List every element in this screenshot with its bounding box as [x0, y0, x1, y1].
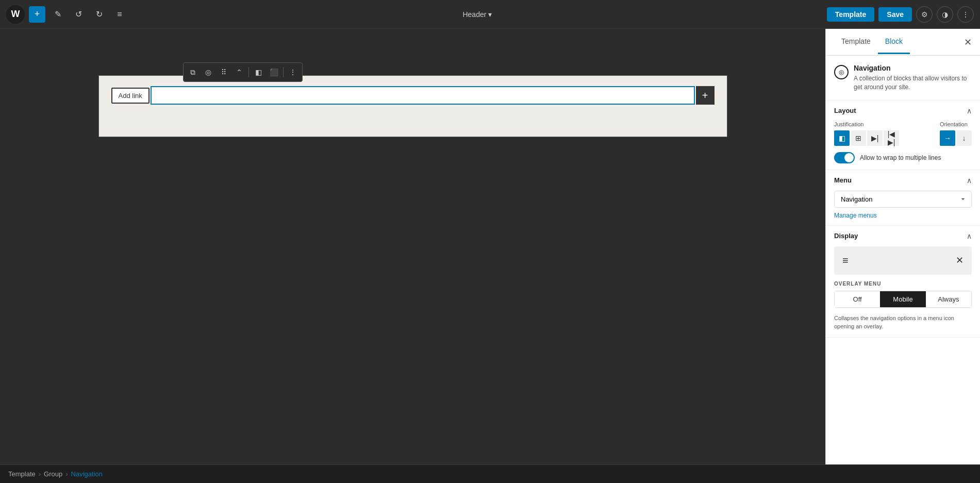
display-close-icon[interactable]: ✕	[956, 255, 964, 266]
breadcrumb-sep-1: ›	[39, 470, 41, 478]
redo-button[interactable]: ↻	[91, 6, 107, 23]
layout-title: Layout	[834, 107, 856, 114]
toolbar-left: W + ✎ ↺ ↻ ≡	[6, 5, 128, 24]
layout-toggle-button[interactable]: ∧	[967, 107, 972, 115]
layout-section: Layout ∧ Justification ◧ ⊞ ▶| |◀ ▶| Orie…	[826, 101, 980, 170]
menu-toggle-button[interactable]: ∧	[967, 176, 972, 185]
canvas-content: Add link +	[98, 75, 727, 137]
move-up-button[interactable]: ⌃	[232, 65, 246, 79]
add-block-button[interactable]: +	[29, 6, 45, 23]
manage-menus-link[interactable]: Manage menus	[834, 212, 972, 219]
align-center-button[interactable]: ⬛	[267, 65, 281, 79]
nav-block-icon: ◎	[834, 65, 849, 79]
orientation-col: Orientation → ↓	[940, 121, 972, 146]
toolbar-right: Template Save ⚙ ◑ ⋮	[827, 6, 974, 23]
undo-button[interactable]: ↺	[70, 6, 87, 23]
justify-right-edge-button[interactable]: ▶|	[867, 130, 883, 146]
justification-label: Justification	[834, 121, 899, 127]
main-area: ⧉ ◎ ⠿ ⌃ ◧ ⬛ ⋮ Add link + Template Block	[0, 29, 980, 464]
justify-left-button[interactable]: ◧	[834, 130, 850, 146]
justify-orientation-row: Justification ◧ ⊞ ▶| |◀ ▶| Orientation →…	[834, 121, 972, 146]
nav-search-input[interactable]	[151, 86, 695, 105]
panel-close-button[interactable]: ✕	[964, 37, 972, 48]
wrap-toggle-row: Allow to wrap to multiple lines	[834, 152, 972, 163]
justification-col: Justification ◧ ⊞ ▶| |◀ ▶|	[834, 121, 899, 146]
orient-horizontal-button[interactable]: →	[940, 130, 955, 146]
add-nav-item-button[interactable]: +	[696, 86, 715, 105]
overlay-menu-label: OVERLAY MENU	[834, 281, 972, 287]
copy-block-button[interactable]: ⧉	[186, 65, 200, 79]
save-button[interactable]: Template	[827, 7, 874, 22]
nav-block-description: A collection of blocks that allow visito…	[854, 74, 972, 92]
nav-block-title: Navigation	[854, 64, 972, 72]
panel-header: Template Block ✕	[826, 29, 980, 56]
toolbar-divider-2	[283, 67, 284, 77]
menu-select[interactable]: Navigation	[834, 191, 972, 208]
nav-block-text: Navigation A collection of blocks that a…	[854, 64, 972, 92]
breadcrumb-sep-2: ›	[65, 470, 68, 478]
block-type-button[interactable]: ◎	[201, 65, 215, 79]
tab-template[interactable]: Template	[834, 30, 878, 54]
save-primary-button[interactable]: Save	[878, 7, 912, 22]
panel-tabs: Template Block	[834, 30, 910, 54]
menu-section-header[interactable]: Menu ∧	[834, 176, 972, 185]
wrap-label: Allow to wrap to multiple lines	[860, 154, 941, 161]
menu-section: Menu ∧ Navigation Manage menus	[826, 170, 980, 226]
dropdown-chevron: ▾	[488, 10, 492, 19]
menu-title: Menu	[834, 176, 852, 184]
orient-vertical-button[interactable]: ↓	[956, 130, 972, 146]
justify-buttons: ◧ ⊞ ▶| |◀ ▶|	[834, 130, 899, 146]
breadcrumb-template[interactable]: Template	[8, 470, 36, 478]
canvas-area: ⧉ ◎ ⠿ ⌃ ◧ ⬛ ⋮ Add link +	[0, 29, 825, 464]
display-section-header[interactable]: Display ∧	[834, 232, 972, 240]
nav-block-info: ◎ Navigation A collection of blocks that…	[826, 56, 980, 101]
hamburger-icon: ≡	[842, 255, 849, 267]
more-options-button[interactable]: ⋮	[286, 65, 300, 79]
list-view-button[interactable]: ≡	[111, 6, 128, 23]
breadcrumb: Template › Group › Navigation	[0, 464, 980, 483]
overlay-description: Collapses the navigation options in a me…	[834, 314, 972, 331]
display-title: Display	[834, 232, 858, 240]
tab-block[interactable]: Block	[878, 30, 910, 54]
justify-split-button[interactable]: |◀ ▶|	[884, 130, 899, 146]
settings-button[interactable]: ⚙	[916, 6, 933, 23]
appearance-button[interactable]: ◑	[937, 6, 953, 23]
orientation-label: Orientation	[940, 121, 972, 127]
display-preview: ≡ ✕	[834, 246, 972, 275]
breadcrumb-navigation[interactable]: Navigation	[71, 470, 103, 478]
overlay-off-button[interactable]: Off	[835, 291, 880, 307]
editor-title-area: Header ▾	[462, 10, 492, 19]
orientation-buttons: → ↓	[940, 130, 972, 146]
edit-mode-button[interactable]: ✎	[49, 6, 66, 23]
justify-center-button[interactable]: ⊞	[851, 130, 866, 146]
top-bar: W + ✎ ↺ ↻ ≡ Header ▾ Template Save ⚙ ◑ ⋮	[0, 0, 980, 29]
overlay-buttons: Off Mobile Always	[834, 291, 972, 308]
overlay-mobile-button[interactable]: Mobile	[880, 291, 925, 307]
wp-logo: W	[6, 5, 25, 24]
toolbar-divider	[248, 67, 249, 77]
right-panel: Template Block ✕ ◎ Navigation A collecti…	[825, 29, 980, 464]
header-label: Header	[462, 10, 486, 19]
wrap-toggle[interactable]	[834, 152, 855, 163]
header-dropdown[interactable]: Header ▾	[462, 10, 492, 19]
overlay-always-button[interactable]: Always	[926, 291, 971, 307]
layout-section-header[interactable]: Layout ∧	[834, 107, 972, 115]
align-left-button[interactable]: ◧	[251, 65, 265, 79]
breadcrumb-group[interactable]: Group	[44, 470, 62, 478]
options-button[interactable]: ⋮	[957, 6, 974, 23]
add-link-button[interactable]: Add link	[111, 88, 150, 104]
display-section: Display ∧ ≡ ✕ OVERLAY MENU Off Mobile Al…	[826, 226, 980, 338]
display-toggle-button[interactable]: ∧	[967, 232, 972, 240]
drag-handle[interactable]: ⠿	[217, 65, 231, 79]
block-toolbar: ⧉ ◎ ⠿ ⌃ ◧ ⬛ ⋮	[183, 62, 303, 82]
